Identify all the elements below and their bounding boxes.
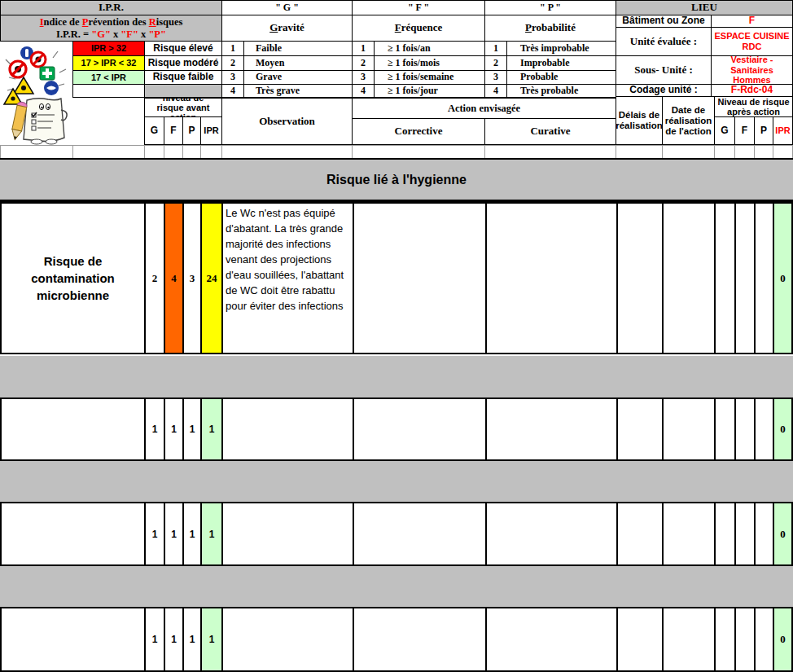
g-avant-cell[interactable]: 2 (144, 204, 164, 353)
observation-cell[interactable] (221, 503, 353, 564)
probabilite-label-3-num: 3 (484, 70, 507, 85)
ipr-avant-cell[interactable]: 24 (200, 204, 221, 353)
checklist-paper-icon (24, 99, 67, 144)
delais-cell[interactable] (616, 608, 662, 670)
delais-cell[interactable] (616, 204, 662, 353)
risk-name-cell[interactable] (0, 503, 144, 564)
f-avant-cell[interactable]: 1 (164, 608, 182, 670)
first-aid-cross-icon (40, 67, 55, 80)
apres-col-p: P (754, 116, 773, 145)
p-avant-cell[interactable]: 1 (182, 503, 200, 564)
curative-cell[interactable] (485, 399, 616, 459)
p-avant-cell[interactable]: 3 (182, 204, 200, 353)
g-apres-cell[interactable] (714, 608, 734, 670)
f-apres-cell[interactable] (734, 503, 754, 564)
safety-pictograms-illustration (1, 42, 72, 145)
ipr-avant-cell[interactable]: 1 (200, 399, 221, 459)
f-avant-cell[interactable]: 1 (164, 503, 182, 564)
prohibition-icon (31, 52, 46, 67)
g-avant-cell[interactable]: 1 (144, 399, 164, 459)
g-apres-cell[interactable] (714, 399, 734, 459)
lieu-sous-unite-value[interactable]: Vestiaire - Sanitaires Hommes (711, 55, 793, 85)
frequence-level-2: 2 (352, 55, 375, 71)
corrective-cell[interactable] (353, 608, 485, 670)
f-apres-cell[interactable] (734, 204, 754, 353)
gravite-level-2: 2 (221, 55, 244, 71)
prohibition-icon (10, 61, 26, 77)
lieu-unite-value[interactable]: ESPACE CUISINE RDC (711, 27, 793, 56)
corrective-header: Corrective (352, 118, 485, 145)
lieu-batiment-value[interactable]: F (711, 15, 793, 28)
date-cell[interactable] (662, 204, 714, 353)
f-apres-cell[interactable] (734, 399, 754, 459)
separator-band (0, 566, 793, 607)
legend-range-high: IPR > 32 (72, 41, 145, 56)
gravite-label-1: Faible (243, 41, 353, 56)
frequence-name-header: Fréquence (352, 15, 485, 42)
avant-action-header: niveau de risque avant action (144, 98, 222, 117)
risk-name-cell[interactable]: Risque de contamination microbienne (0, 204, 144, 353)
curative-cell[interactable] (485, 204, 616, 353)
probabilite-level-1: 1 (484, 41, 507, 56)
risk-name-cell[interactable] (0, 399, 144, 459)
observation-cell[interactable] (221, 399, 353, 459)
p-apres-cell[interactable] (754, 399, 773, 459)
ipr-avant-cell[interactable]: 1 (200, 608, 221, 670)
curative-cell[interactable] (485, 503, 616, 564)
curative-cell[interactable] (485, 608, 616, 670)
ipr-apres-cell[interactable]: 0 (773, 204, 793, 353)
date-cell[interactable] (662, 608, 714, 670)
f-apres-cell[interactable] (734, 608, 754, 670)
probabilite-code-header: " P " (484, 0, 616, 15)
checklist-character-icon (1, 42, 72, 145)
corrective-cell[interactable] (353, 503, 485, 564)
frequence-level-1: 1 (352, 41, 375, 56)
f-avant-cell[interactable]: 1 (164, 399, 182, 459)
p-apres-cell[interactable] (754, 204, 773, 353)
observation-cell[interactable]: Le Wc n'est pas équipé d'abatant. La trè… (221, 204, 353, 353)
ipr-apres-cell[interactable]: 0 (773, 503, 793, 564)
section-banner: Risque lié à l'hygienne (0, 158, 793, 202)
gravite-code-header: " G " (221, 0, 353, 15)
lieu-sous-unite-label: Sous- Unité : (616, 55, 712, 85)
lieu-unite-label: Unité évaluée : (616, 27, 712, 56)
gravite-level-3: 3 (221, 70, 244, 85)
ipr-panel-subtitle: Indice de Prévention des Risques I.P.R. … (0, 15, 222, 42)
date-cell[interactable] (662, 399, 714, 459)
g-avant-cell[interactable]: 1 (144, 608, 164, 670)
corrective-cell[interactable] (353, 399, 485, 459)
gravite-level-1: 1 (221, 41, 244, 56)
corrective-cell[interactable] (353, 204, 485, 353)
lieu-codage-value[interactable]: F-Rdc-04 (711, 84, 793, 97)
probabilite-name-header: Probabilité (484, 15, 616, 42)
ipr-apres-cell[interactable]: 0 (773, 608, 793, 670)
lieu-batiment-label: Bâtiment ou Zone (616, 15, 712, 28)
probabilite-label-4: Très probable (506, 84, 616, 98)
action-envisagee-header: Action envisagée (352, 98, 616, 119)
legend-label-high: Risque élevé (144, 41, 222, 56)
risk-name-cell[interactable] (0, 608, 144, 670)
ipr-avant-cell[interactable]: 1 (200, 503, 221, 564)
p-avant-cell[interactable]: 1 (182, 399, 200, 459)
f-avant-cell[interactable]: 4 (164, 204, 182, 353)
observation-cell[interactable] (221, 608, 353, 670)
p-apres-cell[interactable] (754, 503, 773, 564)
probabilite-label-1: Très improbable (506, 41, 616, 56)
date-header: Date de réalisation de l'action (662, 96, 715, 145)
apres-col-ipr: IPR (773, 116, 793, 145)
ipr-apres-cell[interactable]: 0 (773, 399, 793, 459)
g-avant-cell[interactable]: 1 (144, 503, 164, 564)
legend-range-low: 17 < IPR (72, 70, 145, 85)
legend-empty-cell (72, 84, 145, 98)
probabilite-level-4: 4 (484, 84, 507, 98)
g-apres-cell[interactable] (714, 503, 734, 564)
g-apres-cell[interactable] (714, 204, 734, 353)
p-avant-cell[interactable]: 1 (182, 608, 200, 670)
ipr-panel-title: I.P.R. (0, 0, 222, 15)
delais-cell[interactable] (616, 399, 662, 459)
avant-col-g: G (144, 116, 164, 145)
p-apres-cell[interactable] (754, 608, 773, 670)
frequence-code-header: " F " (352, 0, 485, 15)
delais-cell[interactable] (616, 503, 662, 564)
date-cell[interactable] (662, 503, 714, 564)
